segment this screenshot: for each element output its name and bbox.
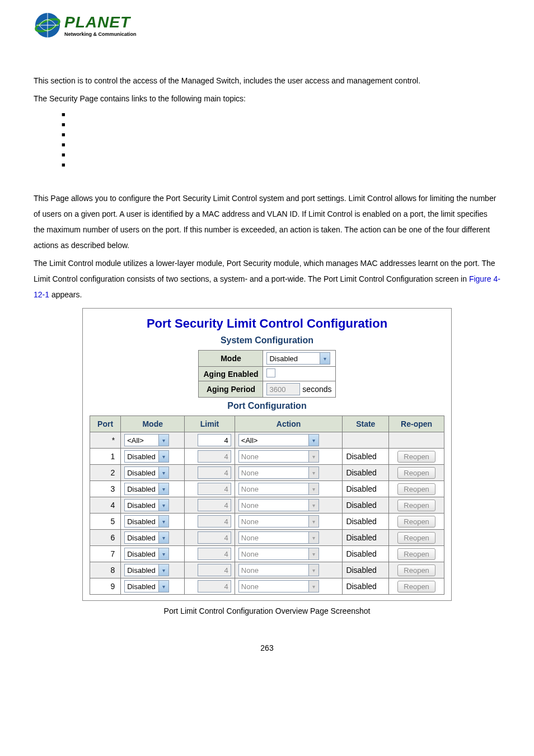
port-limit-value: 4 [224, 517, 228, 526]
aging-enabled-checkbox[interactable] [266, 368, 275, 377]
port-cell: 2 [90, 465, 121, 481]
port-cell: 4 [90, 497, 121, 514]
chevron-down-icon: ▾ [158, 581, 168, 592]
port-mode-value: Disabled [127, 550, 158, 558]
sys-mode-cell: Disabled ▾ [263, 351, 335, 367]
port-limit-input[interactable]: 4 [198, 450, 231, 463]
limit-cell: 4 [185, 497, 235, 514]
chevron-down-icon: ▾ [158, 564, 168, 576]
port-limit-input[interactable]: 4 [198, 466, 231, 479]
action-cell: None▾ [235, 465, 343, 481]
port-limit-input[interactable]: 4 [198, 531, 231, 544]
action-cell: None▾ [235, 481, 343, 497]
limit-cell: 4 [185, 562, 235, 578]
port-mode-value: Disabled [127, 501, 158, 510]
sys-aging-enabled-cell [263, 367, 335, 381]
limit-cell: 4 [185, 530, 235, 546]
port-cell: 6 [90, 530, 121, 546]
port-mode-value: Disabled [127, 517, 158, 526]
port-mode-select[interactable]: Disabled▾ [124, 483, 169, 495]
state-cell: Disabled [343, 481, 389, 497]
body-paragraph-2-text: The Limit Control module utilizes a lowe… [34, 259, 495, 283]
port-action-select[interactable]: None▾ [238, 564, 319, 576]
sys-mode-label: Mode [199, 351, 263, 367]
port-limit-input[interactable]: 4 [198, 499, 231, 511]
chevron-down-icon: ▾ [308, 483, 318, 494]
port-limit-value: 4 [224, 452, 228, 461]
port-limit-value: 4 [224, 501, 228, 510]
port-mode-value: Disabled [127, 566, 158, 575]
list-item: ■ [62, 161, 500, 168]
mode-cell: Disabled▾ [121, 514, 185, 530]
limit-cell: 4 [185, 546, 235, 562]
reopen-cell: Reopen [389, 546, 444, 562]
col-port: Port [90, 416, 121, 432]
port-action-select[interactable]: None▾ [238, 515, 319, 528]
reopen-cell: Reopen [389, 449, 444, 465]
port-limit-input[interactable]: 4 [198, 434, 231, 446]
col-state: State [343, 416, 389, 432]
port-mode-select[interactable]: Disabled▾ [124, 450, 169, 463]
port-mode-select[interactable]: Disabled▾ [124, 580, 169, 592]
mode-cell: Disabled▾ [121, 546, 185, 562]
chevron-down-icon: ▾ [158, 451, 168, 462]
port-limit-input[interactable]: 4 [198, 580, 231, 592]
port-cell: 5 [90, 514, 121, 530]
mode-cell: Disabled▾ [121, 481, 185, 497]
list-item: ■ [62, 141, 500, 148]
aging-period-unit: seconds [302, 385, 331, 394]
port-limit-input[interactable]: 4 [198, 564, 231, 576]
port-action-select[interactable]: <All>▾ [238, 434, 319, 446]
reopen-button[interactable]: Reopen [397, 451, 435, 463]
port-mode-select[interactable]: <All>▾ [124, 434, 169, 446]
reopen-button[interactable]: Reopen [397, 516, 435, 528]
chevron-down-icon: ▾ [158, 532, 168, 543]
port-mode-select[interactable]: Disabled▾ [124, 531, 169, 544]
port-limit-value: 4 [224, 485, 228, 493]
port-mode-select[interactable]: Disabled▾ [124, 548, 169, 560]
reopen-button[interactable]: Reopen [397, 500, 435, 511]
port-limit-value: 4 [224, 582, 228, 591]
port-action-select[interactable]: None▾ [238, 450, 319, 463]
port-action-select[interactable]: None▾ [238, 483, 319, 495]
port-action-select[interactable]: None▾ [238, 499, 319, 511]
reopen-button[interactable]: Reopen [397, 483, 435, 495]
port-cell: 8 [90, 562, 121, 578]
reopen-button[interactable]: Reopen [397, 581, 435, 592]
reopen-button[interactable]: Reopen [397, 467, 435, 479]
figure-caption: Port Limit Control Configuration Overvie… [34, 606, 500, 615]
port-action-select[interactable]: None▾ [238, 466, 319, 479]
sys-mode-select[interactable]: Disabled ▾ [266, 352, 330, 365]
table-row: 2Disabled▾4None▾DisabledReopen [90, 465, 444, 481]
port-mode-select[interactable]: Disabled▾ [124, 515, 169, 528]
port-mode-value: <All> [127, 436, 158, 445]
reopen-cell: Reopen [389, 562, 444, 578]
state-cell: Disabled [343, 465, 389, 481]
list-item: ■ [62, 111, 500, 118]
port-action-select[interactable]: None▾ [238, 531, 319, 544]
port-action-value: None [241, 582, 308, 591]
port-mode-select[interactable]: Disabled▾ [124, 499, 169, 511]
reopen-button[interactable]: Reopen [397, 564, 435, 576]
port-limit-input[interactable]: 4 [198, 483, 231, 495]
logo-sub-text: Networking & Communication [64, 31, 137, 37]
port-action-select[interactable]: None▾ [238, 548, 319, 560]
state-cell: Disabled [343, 562, 389, 578]
port-mode-select[interactable]: Disabled▾ [124, 564, 169, 576]
table-row: 1Disabled▾4None▾DisabledReopen [90, 449, 444, 465]
port-action-select[interactable]: None▾ [238, 580, 319, 592]
port-limit-input[interactable]: 4 [198, 515, 231, 528]
mode-cell: Disabled▾ [121, 449, 185, 465]
reopen-cell: Reopen [389, 465, 444, 481]
action-cell: None▾ [235, 497, 343, 514]
port-mode-value: Disabled [127, 485, 158, 493]
config-panel: Port Security Limit Control Configuratio… [82, 308, 452, 601]
sys-mode-value: Disabled [269, 354, 320, 363]
aging-period-input[interactable]: 3600 [266, 383, 300, 395]
action-cell: None▾ [235, 546, 343, 562]
reopen-button[interactable]: Reopen [397, 532, 435, 544]
port-mode-select[interactable]: Disabled▾ [124, 466, 169, 479]
port-cell: 9 [90, 578, 121, 595]
port-limit-input[interactable]: 4 [198, 548, 231, 560]
reopen-button[interactable]: Reopen [397, 548, 435, 560]
